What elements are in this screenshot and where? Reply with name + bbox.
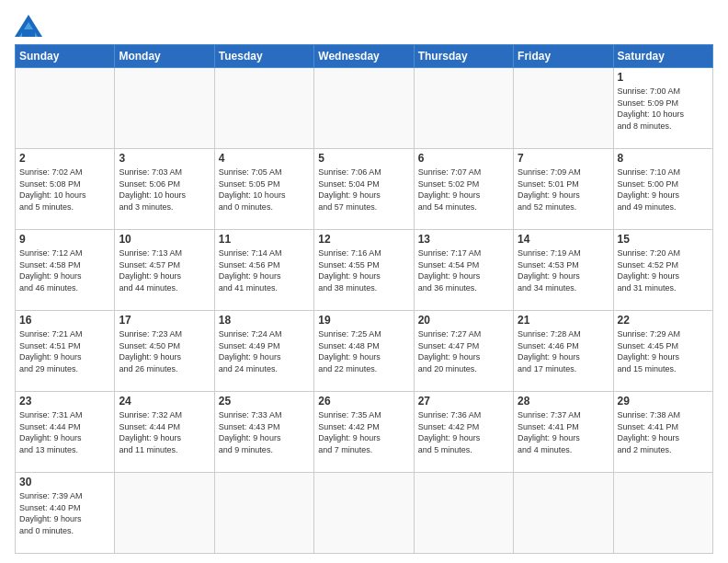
calendar-cell [16, 68, 115, 149]
day-info: Sunrise: 7:10 AM Sunset: 5:00 PM Dayligh… [618, 167, 709, 213]
day-info: Sunrise: 7:12 AM Sunset: 4:58 PM Dayligh… [19, 247, 110, 293]
day-number: 20 [418, 314, 509, 327]
day-header-tuesday: Tuesday [214, 45, 313, 68]
calendar-cell: 11Sunrise: 7:14 AM Sunset: 4:56 PM Dayli… [214, 230, 313, 311]
day-number: 15 [618, 233, 709, 246]
calendar-week-5: 30Sunrise: 7:39 AM Sunset: 4:40 PM Dayli… [16, 473, 713, 554]
calendar-cell: 12Sunrise: 7:16 AM Sunset: 4:55 PM Dayli… [314, 230, 414, 311]
day-info: Sunrise: 7:05 AM Sunset: 5:05 PM Dayligh… [219, 167, 310, 213]
calendar-cell: 23Sunrise: 7:31 AM Sunset: 4:44 PM Dayli… [16, 392, 115, 473]
day-header-saturday: Saturday [613, 45, 712, 68]
calendar-cell [514, 473, 613, 554]
day-info: Sunrise: 7:36 AM Sunset: 4:42 PM Dayligh… [418, 409, 509, 455]
day-number: 5 [318, 152, 409, 165]
calendar-cell: 17Sunrise: 7:23 AM Sunset: 4:50 PM Dayli… [115, 311, 214, 392]
day-number: 3 [119, 152, 210, 165]
day-number: 1 [618, 71, 709, 84]
day-number: 17 [119, 314, 210, 327]
page: SundayMondayTuesdayWednesdayThursdayFrid… [0, 0, 728, 563]
calendar-cell: 25Sunrise: 7:33 AM Sunset: 4:43 PM Dayli… [214, 392, 313, 473]
day-number: 19 [318, 314, 409, 327]
day-info: Sunrise: 7:02 AM Sunset: 5:08 PM Dayligh… [19, 167, 110, 213]
calendar-cell: 10Sunrise: 7:13 AM Sunset: 4:57 PM Dayli… [115, 230, 214, 311]
logo [15, 15, 46, 37]
day-number: 27 [418, 395, 509, 408]
day-info: Sunrise: 7:13 AM Sunset: 4:57 PM Dayligh… [119, 247, 210, 293]
calendar-cell: 26Sunrise: 7:35 AM Sunset: 4:42 PM Dayli… [314, 392, 414, 473]
day-number: 25 [219, 395, 310, 408]
day-number: 28 [518, 395, 609, 408]
calendar-cell: 8Sunrise: 7:10 AM Sunset: 5:00 PM Daylig… [613, 149, 712, 230]
calendar-cell [514, 68, 613, 149]
calendar-week-2: 9Sunrise: 7:12 AM Sunset: 4:58 PM Daylig… [16, 230, 713, 311]
calendar-cell: 5Sunrise: 7:06 AM Sunset: 5:04 PM Daylig… [314, 149, 414, 230]
day-number: 24 [119, 395, 210, 408]
calendar-cell: 30Sunrise: 7:39 AM Sunset: 4:40 PM Dayli… [16, 473, 115, 554]
day-info: Sunrise: 7:14 AM Sunset: 4:56 PM Dayligh… [219, 247, 310, 293]
calendar-cell: 1Sunrise: 7:00 AM Sunset: 5:09 PM Daylig… [613, 68, 712, 149]
day-info: Sunrise: 7:16 AM Sunset: 4:55 PM Dayligh… [318, 247, 409, 293]
calendar-cell: 21Sunrise: 7:28 AM Sunset: 4:46 PM Dayli… [514, 311, 613, 392]
day-number: 8 [618, 152, 709, 165]
calendar-week-4: 23Sunrise: 7:31 AM Sunset: 4:44 PM Dayli… [16, 392, 713, 473]
day-info: Sunrise: 7:23 AM Sunset: 4:50 PM Dayligh… [119, 328, 210, 374]
calendar-cell: 20Sunrise: 7:27 AM Sunset: 4:47 PM Dayli… [414, 311, 513, 392]
calendar-week-1: 2Sunrise: 7:02 AM Sunset: 5:08 PM Daylig… [16, 149, 713, 230]
day-info: Sunrise: 7:24 AM Sunset: 4:49 PM Dayligh… [219, 328, 310, 374]
calendar-header-row: SundayMondayTuesdayWednesdayThursdayFrid… [16, 45, 713, 68]
calendar-cell: 22Sunrise: 7:29 AM Sunset: 4:45 PM Dayli… [613, 311, 712, 392]
day-info: Sunrise: 7:31 AM Sunset: 4:44 PM Dayligh… [19, 409, 110, 455]
day-number: 13 [418, 233, 509, 246]
day-header-sunday: Sunday [16, 45, 115, 68]
day-info: Sunrise: 7:39 AM Sunset: 4:40 PM Dayligh… [19, 490, 110, 536]
day-number: 6 [418, 152, 509, 165]
day-info: Sunrise: 7:33 AM Sunset: 4:43 PM Dayligh… [219, 409, 310, 455]
day-info: Sunrise: 7:03 AM Sunset: 5:06 PM Dayligh… [119, 167, 210, 213]
svg-rect-2 [22, 29, 35, 37]
calendar-cell [115, 68, 214, 149]
day-number: 16 [19, 314, 110, 327]
day-number: 26 [318, 395, 409, 408]
day-number: 7 [518, 152, 609, 165]
day-info: Sunrise: 7:06 AM Sunset: 5:04 PM Dayligh… [318, 167, 409, 213]
calendar-cell [314, 68, 414, 149]
calendar-cell: 16Sunrise: 7:21 AM Sunset: 4:51 PM Dayli… [16, 311, 115, 392]
day-number: 30 [19, 476, 110, 488]
calendar-cell: 19Sunrise: 7:25 AM Sunset: 4:48 PM Dayli… [314, 311, 414, 392]
day-header-thursday: Thursday [414, 45, 513, 68]
calendar-cell [214, 473, 313, 554]
calendar-cell [414, 68, 513, 149]
day-number: 21 [518, 314, 609, 327]
day-info: Sunrise: 7:37 AM Sunset: 4:41 PM Dayligh… [518, 409, 609, 455]
calendar-table: SundayMondayTuesdayWednesdayThursdayFrid… [15, 44, 713, 554]
calendar-cell: 2Sunrise: 7:02 AM Sunset: 5:08 PM Daylig… [16, 149, 115, 230]
day-info: Sunrise: 7:19 AM Sunset: 4:53 PM Dayligh… [518, 247, 609, 293]
header [15, 15, 713, 37]
day-number: 12 [318, 233, 409, 246]
day-number: 29 [618, 395, 709, 408]
day-info: Sunrise: 7:25 AM Sunset: 4:48 PM Dayligh… [318, 328, 409, 374]
logo-icon [15, 15, 42, 37]
calendar-cell [613, 473, 712, 554]
calendar-cell: 15Sunrise: 7:20 AM Sunset: 4:52 PM Dayli… [613, 230, 712, 311]
day-number: 2 [19, 152, 110, 165]
calendar-week-0: 1Sunrise: 7:00 AM Sunset: 5:09 PM Daylig… [16, 68, 713, 149]
calendar-cell: 24Sunrise: 7:32 AM Sunset: 4:44 PM Dayli… [115, 392, 214, 473]
calendar-cell: 28Sunrise: 7:37 AM Sunset: 4:41 PM Dayli… [514, 392, 613, 473]
day-info: Sunrise: 7:17 AM Sunset: 4:54 PM Dayligh… [418, 247, 509, 293]
day-info: Sunrise: 7:32 AM Sunset: 4:44 PM Dayligh… [119, 409, 210, 455]
day-header-monday: Monday [115, 45, 214, 68]
calendar-cell: 29Sunrise: 7:38 AM Sunset: 4:41 PM Dayli… [613, 392, 712, 473]
day-number: 9 [19, 233, 110, 246]
day-info: Sunrise: 7:20 AM Sunset: 4:52 PM Dayligh… [618, 247, 709, 293]
day-header-friday: Friday [514, 45, 613, 68]
calendar-cell [115, 473, 214, 554]
day-info: Sunrise: 7:28 AM Sunset: 4:46 PM Dayligh… [518, 328, 609, 374]
day-number: 22 [618, 314, 709, 327]
day-info: Sunrise: 7:38 AM Sunset: 4:41 PM Dayligh… [618, 409, 709, 455]
calendar-cell: 7Sunrise: 7:09 AM Sunset: 5:01 PM Daylig… [514, 149, 613, 230]
day-number: 14 [518, 233, 609, 246]
day-number: 10 [119, 233, 210, 246]
calendar-cell: 13Sunrise: 7:17 AM Sunset: 4:54 PM Dayli… [414, 230, 513, 311]
day-info: Sunrise: 7:29 AM Sunset: 4:45 PM Dayligh… [618, 328, 709, 374]
